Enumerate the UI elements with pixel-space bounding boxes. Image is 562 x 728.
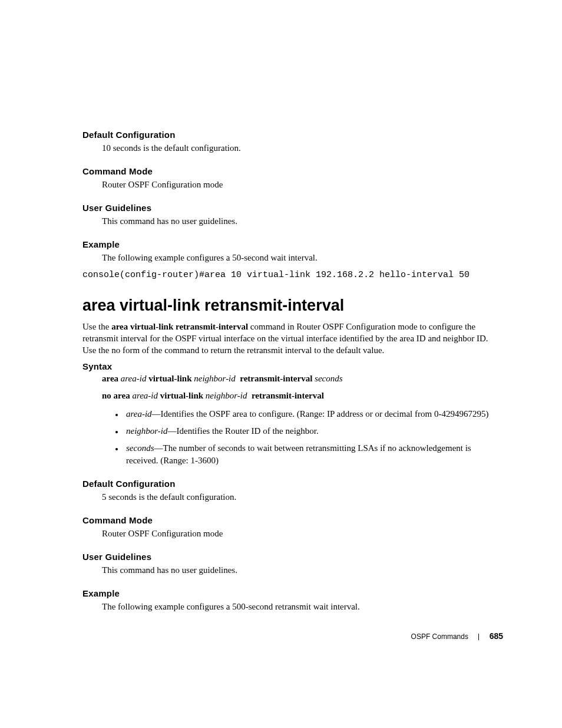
body-user-guidelines-2: This command has no user guidelines. [102,564,503,577]
syntax-kw: virtual-link [160,391,203,400]
param-name: area-id [126,409,152,419]
param-list: area-id—Identifies the OSPF area to conf… [124,408,503,467]
syntax-kw: area [102,374,118,383]
syntax-line-1: area area-id virtual-link neighbor-id re… [102,374,503,384]
list-item: area-id—Identifies the OSPF area to conf… [124,408,503,420]
footer-page-number: 685 [490,631,503,641]
syntax-param: neighbor-id [194,374,236,383]
body-example: The following example configures a 50-se… [102,252,503,264]
body-user-guidelines: This command has no user guidelines. [102,215,503,228]
syntax-kw: retransmit-interval [252,391,324,400]
code-example: console(config-router)#area 10 virtual-l… [82,269,503,282]
heading-syntax: Syntax [82,361,503,371]
intro-bold: area virtual-link retransmit-interval [111,322,248,331]
heading-example: Example [82,239,503,249]
document-page: Default Configuration 10 seconds is the … [0,0,562,613]
param-desc: —The number of seconds to wait between r… [126,443,471,465]
body-example-2: The following example configures a 500-s… [102,601,503,613]
syntax-kw: no area [102,391,130,400]
list-item: seconds—The number of seconds to wait be… [124,442,503,467]
syntax-line-2: no area area-id virtual-link neighbor-id… [102,391,503,401]
intro-pre: Use the [82,322,111,331]
param-name: neighbor-id [126,426,168,436]
heading-default-configuration-2: Default Configuration [82,479,503,489]
syntax-kw: virtual-link [148,374,191,383]
param-desc: —Identifies the Router ID of the neighbo… [168,426,319,436]
syntax-param: area-id [132,391,158,400]
param-desc: —Identifies the OSPF area to configure. … [152,409,489,419]
body-default-configuration: 10 seconds is the default configuration. [102,142,503,154]
heading-user-guidelines: User Guidelines [82,203,503,213]
command-intro: Use the area virtual-link retransmit-int… [82,321,503,357]
command-title: area virtual-link retransmit-interval [82,297,503,315]
syntax-param: neighbor-id [206,391,247,400]
list-item: neighbor-id—Identifies the Router ID of … [124,425,503,437]
body-command-mode-2: Router OSPF Configuration mode [102,528,503,540]
heading-example-2: Example [82,588,503,598]
body-command-mode: Router OSPF Configuration mode [102,179,503,191]
syntax-param: seconds [315,374,343,383]
heading-command-mode: Command Mode [82,166,503,176]
page-footer: OSPF Commands 685 [411,631,503,641]
syntax-param: area-id [121,374,147,383]
body-default-configuration-2: 5 seconds is the default configuration. [102,491,503,503]
footer-section: OSPF Commands [411,633,468,641]
heading-command-mode-2: Command Mode [82,515,503,525]
syntax-kw: retransmit-interval [240,374,312,383]
heading-default-configuration: Default Configuration [82,130,503,140]
footer-separator [478,634,479,640]
param-name: seconds [126,443,154,453]
heading-user-guidelines-2: User Guidelines [82,552,503,562]
